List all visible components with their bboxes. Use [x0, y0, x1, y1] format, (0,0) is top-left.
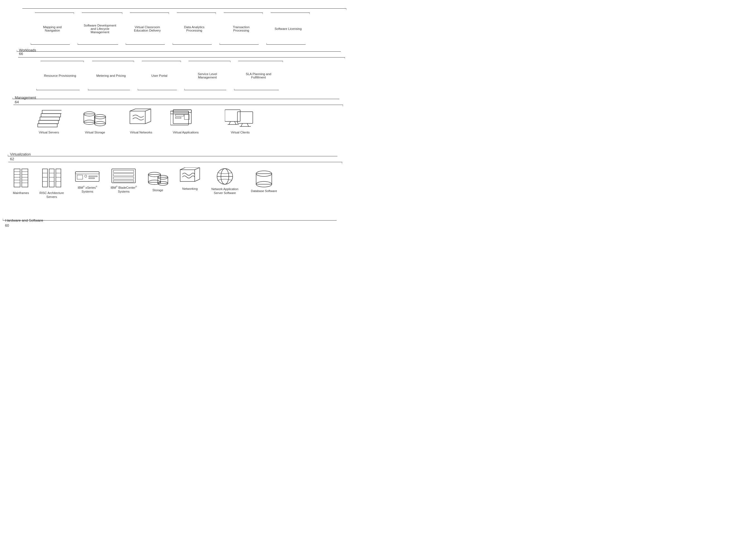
storage-label: Storage: [152, 188, 163, 192]
svg-rect-0: [38, 124, 57, 127]
icon-bladecenter: IBM® BladeCenter® Systems: [108, 167, 139, 193]
svg-line-25: [229, 121, 230, 125]
workload-virtual-classroom: Virtual Classroom Education Delivery: [126, 13, 169, 45]
svg-rect-45: [49, 169, 54, 187]
svg-line-78: [195, 179, 200, 181]
svg-rect-66: [113, 180, 134, 182]
svg-line-12: [130, 109, 135, 111]
virtualization-label: Virtualization: [10, 152, 31, 156]
workload-software-dev: Software Development and Lifecycle Manag…: [78, 13, 122, 45]
management-ref: 64: [15, 100, 19, 104]
svg-rect-57: [75, 172, 99, 174]
hardware-label: Hardware and Software: [5, 218, 43, 222]
svg-rect-3: [41, 114, 61, 117]
diagram-container: Workloads 66 Mapping and Navigation Soft…: [0, 0, 364, 280]
svg-line-16: [145, 121, 151, 124]
virtual-servers-label: Virtual Servers: [39, 130, 59, 134]
icon-virtual-clients: Virtual Clients: [222, 108, 258, 134]
workload-software-licensing: Software Licensing: [266, 13, 310, 45]
svg-line-30: [247, 123, 248, 126]
svg-rect-9: [94, 117, 106, 124]
virtual-networks-label: Virtual Networks: [130, 130, 152, 134]
workloads-ref: 66: [19, 52, 23, 56]
workload-transaction: Transaction Processing: [219, 13, 263, 45]
risc-label: RISC Architecture Servers: [38, 191, 66, 199]
icon-storage: Storage: [145, 169, 170, 192]
icon-mainframes: Mainframes: [8, 167, 34, 195]
xseries-label: IBM® xSeries® Systems: [72, 185, 103, 193]
svg-rect-21: [175, 114, 184, 116]
svg-rect-11: [130, 111, 145, 124]
bladecenter-label: IBM® BladeCenter® Systems: [108, 185, 139, 193]
workload-mapping: Mapping and Navigation: [31, 13, 74, 45]
svg-rect-4: [42, 110, 61, 114]
svg-line-13: [145, 109, 151, 111]
mgmt-metering: Metering and Pricing: [88, 61, 134, 90]
svg-rect-46: [56, 169, 61, 187]
mgmt-portal: User Portal: [138, 61, 181, 90]
network-app-server-label: Network Application Server Software: [209, 187, 240, 195]
hardware-ref: 60: [5, 223, 9, 228]
svg-rect-58: [77, 175, 83, 179]
svg-rect-22: [175, 117, 181, 118]
icon-virtual-storage: Virtual Storage: [78, 108, 112, 134]
virtual-storage-label: Virtual Storage: [85, 130, 105, 134]
svg-line-75: [195, 167, 200, 170]
icon-risc: RISC Architecture Servers: [38, 167, 66, 199]
mgmt-sla-planning: SLA Planning and Fulfillment: [234, 61, 283, 90]
svg-line-26: [235, 121, 236, 125]
icon-database: Database Software: [250, 170, 278, 193]
workload-data-analytics: Data Analytics Processing: [173, 13, 216, 45]
icon-virtual-applications: Virtual Applications: [168, 108, 204, 134]
virtual-clients-label: Virtual Clients: [231, 130, 250, 134]
svg-rect-83: [256, 174, 272, 184]
virtualization-ref: 62: [10, 157, 14, 161]
icon-networking: Networking: [177, 167, 202, 191]
mgmt-resource: Resource Provisioning: [36, 61, 84, 90]
svg-rect-59: [85, 175, 87, 177]
svg-rect-63: [113, 170, 134, 173]
svg-line-29: [241, 123, 242, 126]
svg-rect-6: [84, 114, 95, 122]
icon-xseries: IBM® xSeries® Systems: [72, 167, 103, 193]
icon-network-app-server: Network Application Server Software: [209, 167, 240, 195]
networking-label: Networking: [182, 187, 197, 191]
svg-rect-65: [113, 177, 134, 179]
icon-virtual-networks: Virtual Networks: [124, 108, 158, 134]
virtual-applications-label: Virtual Applications: [173, 130, 199, 134]
svg-rect-60: [89, 176, 97, 177]
mgmt-sla: Service Level Management: [184, 61, 230, 90]
svg-rect-2: [40, 117, 59, 120]
svg-rect-61: [89, 178, 94, 179]
svg-rect-44: [42, 169, 47, 187]
svg-rect-1: [39, 120, 58, 124]
svg-line-74: [180, 167, 185, 170]
database-label: Database Software: [251, 189, 277, 193]
svg-rect-73: [180, 170, 195, 181]
mainframes-label: Mainframes: [13, 191, 29, 195]
management-label: Management: [15, 95, 36, 100]
icon-virtual-servers: Virtual Servers: [32, 108, 66, 134]
svg-rect-64: [113, 174, 134, 176]
